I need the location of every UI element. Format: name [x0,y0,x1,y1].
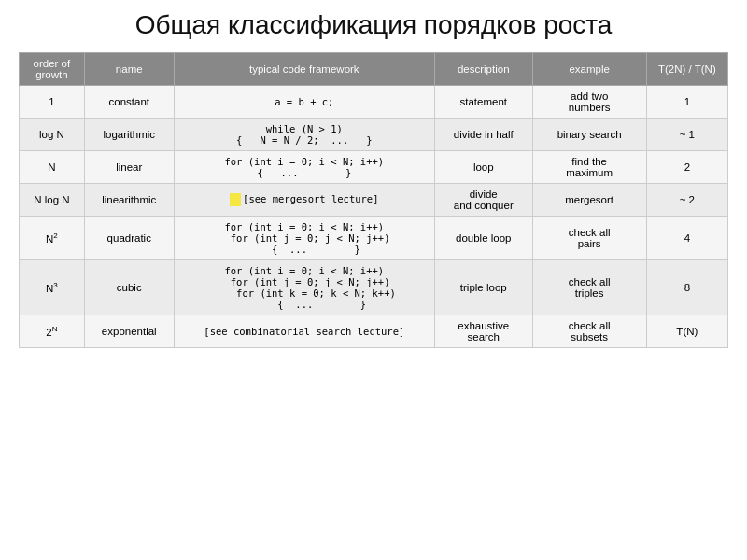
cell-code: for (int i = 0; i < N; i++) for (int j =… [174,216,434,259]
header-name: name [84,52,174,85]
cell-order: N [20,150,85,183]
cell-order: N3 [20,259,85,315]
cell-description: divide and conquer [434,183,532,216]
table-row: Nlinearfor (int i = 0; i < N; i++) { ...… [20,150,728,183]
table-row: log Nlogarithmicwhile (N > 1) { N = N / … [20,118,728,150]
table-row: N log Nlinearithmic[see mergesort lectur… [20,183,728,216]
cell-description: triple loop [434,259,532,315]
cell-example: add two numbers [532,85,646,118]
cell-order: N log N [20,183,85,216]
table-row: 1constanta = b + c;statementadd two numb… [20,85,728,118]
cell-ratio: 4 [646,216,727,259]
header-example: example [532,52,646,85]
table-row: N3cubicfor (int i = 0; i < N; i++) for (… [20,259,728,315]
cell-code: [see mergesort lecture] [174,183,434,216]
cell-code: for (int i = 0; i < N; i++) { ... } [174,150,434,183]
table-row: N2quadraticfor (int i = 0; i < N; i++) f… [20,216,728,259]
header-ratio: T(2N) / T(N) [646,52,727,85]
cell-name: cubic [84,259,174,315]
cell-name: exponential [84,315,174,347]
cell-ratio: ~ 2 [646,183,727,216]
cell-code: while (N > 1) { N = N / 2; ... } [174,118,434,150]
cell-code: [see combinatorial search lecture] [174,315,434,347]
header-code: typical code framework [174,52,434,85]
cell-ratio: ~ 1 [646,118,727,150]
page-title: Общая классификация порядков роста [19,9,728,41]
header-order: order ofgrowth [20,52,85,85]
header-description: description [434,52,532,85]
cell-description: loop [434,150,532,183]
cell-ratio: 2 [646,150,727,183]
cell-order: N2 [20,216,85,259]
cell-description: divide in half [434,118,532,150]
table-header-row: order ofgrowth name typical code framewo… [20,52,728,85]
cell-ratio: 1 [646,85,727,118]
cell-name: constant [84,85,174,118]
cell-code: for (int i = 0; i < N; i++) for (int j =… [174,259,434,315]
cell-description: exhaustive search [434,315,532,347]
cell-example: check all triples [532,259,646,315]
table-row: 2Nexponential[see combinatorial search l… [20,315,728,347]
cell-example: mergesort [532,183,646,216]
cell-name: linear [84,150,174,183]
cell-ratio: T(N) [646,315,727,347]
cell-order: 1 [20,85,85,118]
cell-name: linearithmic [84,183,174,216]
cell-example: find the maximum [532,150,646,183]
sticky-note-icon [230,193,241,206]
complexity-table: order ofgrowth name typical code framewo… [19,52,728,348]
cell-order: log N [20,118,85,150]
cell-code: a = b + c; [174,85,434,118]
cell-example: binary search [532,118,646,150]
cell-description: statement [434,85,532,118]
cell-example: check all subsets [532,315,646,347]
cell-example: check all pairs [532,216,646,259]
cell-ratio: 8 [646,259,727,315]
cell-name: quadratic [84,216,174,259]
cell-name: logarithmic [84,118,174,150]
cell-order: 2N [20,315,85,347]
cell-description: double loop [434,216,532,259]
